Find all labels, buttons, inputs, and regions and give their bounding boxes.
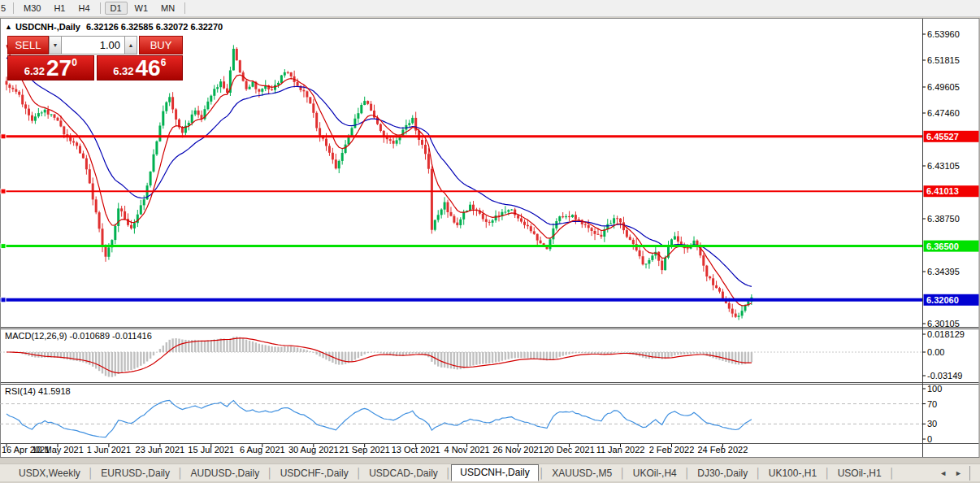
level-badge-label: 6.45527 — [926, 132, 959, 141]
rsi-axis-label: 100 — [927, 384, 942, 394]
tabs-scroll-right-icon[interactable]: ► — [951, 469, 966, 477]
x-axis-label: 24 Feb 2022 — [698, 445, 748, 455]
tab-eurusd-daily[interactable]: EURUSD-,Daily — [93, 466, 177, 481]
tabbar-end-separator — [969, 466, 970, 481]
price-axis-label: 6.30105 — [927, 319, 960, 329]
sell-price-sup: 0 — [72, 57, 77, 68]
x-axis-label: 23 Jun 2021 — [136, 445, 185, 455]
tab-usoil-h1[interactable]: USOil-,H1 — [830, 466, 889, 481]
timeframe-button-m30[interactable]: M30 — [18, 2, 46, 15]
tab-separator: │ — [88, 468, 94, 479]
tab-usdcnh-daily[interactable]: USDCNH-,Daily — [451, 464, 538, 481]
symbol-marker-icon: ▲ — [5, 23, 12, 31]
x-axis-label: 11 Jan 2022 — [596, 445, 645, 455]
timeframe-button-d1[interactable]: D1 — [105, 2, 128, 15]
x-axis-label: 30 Aug 2021 — [288, 445, 339, 455]
buy-price-display[interactable]: 6.32 46 6 — [97, 55, 184, 80]
x-axis-label: 20 Dec 2021 — [544, 445, 594, 455]
tab-separator: │ — [177, 468, 184, 479]
sell-button[interactable]: SELL — [7, 36, 49, 54]
rsi-axis-label: 30 — [927, 419, 937, 429]
buy-button[interactable]: BUY — [139, 36, 183, 54]
tab-separator: │ — [356, 468, 362, 479]
tabs-scroll-left-icon[interactable]: ◄ — [935, 469, 951, 477]
chart-ohlc-quote: 6.32126 6.32585 6.32072 6.32270 — [86, 22, 223, 32]
level-handle[interactable] — [1, 244, 6, 249]
spinner-down-icon: ▼ — [53, 42, 59, 48]
buy-price-base: 6.32 — [113, 65, 133, 77]
timeframe-button-mn[interactable]: MN — [155, 2, 180, 15]
rsi-indicator-label: RSI(14) 41.5918 — [5, 386, 71, 396]
timeframe-button-partial[interactable]: 5 — [1, 2, 9, 15]
x-axis-label: 26 Nov 2021 — [492, 445, 543, 455]
x-axis-labels: 16 Apr 202110 May 20211 Jun 202123 Jun 2… — [2, 444, 748, 455]
price-axis-label: 6.43105 — [927, 161, 960, 171]
level-handle[interactable] — [1, 298, 6, 302]
sell-price-base: 6.32 — [24, 65, 45, 77]
tab-audusd-daily[interactable]: AUDUSD-,Daily — [183, 466, 267, 481]
tab-usdcad-daily[interactable]: USDCAD-,Daily — [362, 466, 445, 481]
chart-window-frame — [1, 19, 980, 458]
buy-price-big: 46 — [135, 56, 160, 80]
x-axis-label: 21 Sep 2021 — [340, 445, 390, 455]
tab-separator: │ — [755, 468, 761, 479]
volume-increase-button[interactable]: ▲ — [124, 36, 137, 54]
tab-separator: │ — [824, 468, 830, 479]
tab-usdchf-daily[interactable]: USDCHF-,Daily — [273, 466, 356, 481]
tab-ukoil-h4[interactable]: UKOil-,H4 — [626, 466, 684, 481]
toolbar-separator — [100, 2, 101, 14]
macd-axis-label: -0.03149 — [927, 371, 962, 381]
price-axis-label: 6.53960 — [927, 29, 960, 39]
macd-axis-label: 0.018129 — [927, 329, 965, 339]
tab-usdx-weekly[interactable]: USDX,Weekly — [11, 466, 88, 481]
macd-axis-label: 0.00 — [927, 347, 944, 357]
volume-decrease-button[interactable]: ▼ — [49, 36, 62, 54]
sell-price-big: 27 — [46, 56, 72, 80]
one-click-trade-panel: SELL ▼ 1.00 ▲ BUY 6.32 27 0 6.32 46 6 — [7, 36, 183, 80]
tab-xauusd-m5[interactable]: XAUUSD-,M5 — [544, 466, 619, 481]
tab-separator: │ — [539, 468, 545, 479]
x-axis-label: 6 Aug 2021 — [240, 445, 285, 455]
tab-separator: │ — [684, 468, 691, 479]
tab-separator: │ — [267, 468, 273, 479]
level-badge-label: 6.32060 — [926, 295, 959, 305]
timeframe-button-w1[interactable]: W1 — [129, 2, 154, 15]
price-axis-label: 6.47460 — [927, 108, 960, 118]
sell-price-display[interactable]: 6.32 27 0 — [7, 55, 94, 80]
toolbar-separator — [13, 2, 14, 14]
price-axis-label: 6.38750 — [927, 214, 960, 224]
x-axis-label: 10 May 2021 — [32, 445, 84, 455]
price-axis-label: 6.49605 — [927, 82, 960, 92]
timeframe-button-h1[interactable]: H1 — [48, 2, 71, 15]
buy-price-sup: 6 — [161, 57, 167, 68]
level-badge-label: 6.36500 — [926, 242, 959, 251]
tab-dj30-daily[interactable]: DJ30-,Daily — [690, 466, 755, 481]
level-handle[interactable] — [1, 134, 6, 139]
timeframe-button-h4[interactable]: H4 — [72, 2, 95, 15]
x-axis-label: 2 Feb 2022 — [649, 445, 695, 455]
chart-symbol-label: USDCNH-,Daily — [15, 22, 80, 32]
rsi-axis-label: 0 — [927, 434, 932, 444]
price-axis-label: 6.34395 — [927, 267, 960, 276]
timeframe-toolbar: 5M30H1H4D1W1MN — [0, 0, 980, 17]
trading-terminal: { "toolbar": { "partial_button": "5", "t… — [0, 0, 980, 483]
volume-input[interactable]: 1.00 — [62, 36, 124, 54]
price-axis-label: 6.51815 — [927, 55, 960, 65]
tab-separator: │ — [889, 468, 895, 479]
chart-title: ▲ USDCNH-,Daily 6.32126 6.32585 6.32072 … — [5, 22, 223, 32]
x-axis-label: 4 Nov 2021 — [444, 445, 489, 455]
tab-separator: │ — [619, 468, 626, 479]
toolbar-separator — [184, 2, 185, 14]
x-axis-label: 13 Oct 2021 — [392, 445, 440, 455]
spinner-up-icon: ▲ — [128, 42, 134, 48]
symbol-tab-bar: USDX,Weekly│EURUSD-,Daily│AUDUSD-,Daily│… — [0, 463, 980, 481]
tab-separator: │ — [445, 468, 452, 479]
rsi-axis-label: 70 — [927, 399, 937, 409]
macd-indicator-label: MACD(12,26,9) -0.010689 -0.011416 — [5, 331, 152, 341]
level-handle[interactable] — [1, 189, 6, 194]
level-badge-label: 6.41013 — [926, 186, 959, 196]
tab-uk100-h1[interactable]: UK100-,H1 — [761, 466, 824, 481]
x-axis-label: 15 Jul 2021 — [188, 445, 234, 455]
x-axis-label: 1 Jun 2021 — [87, 445, 131, 455]
